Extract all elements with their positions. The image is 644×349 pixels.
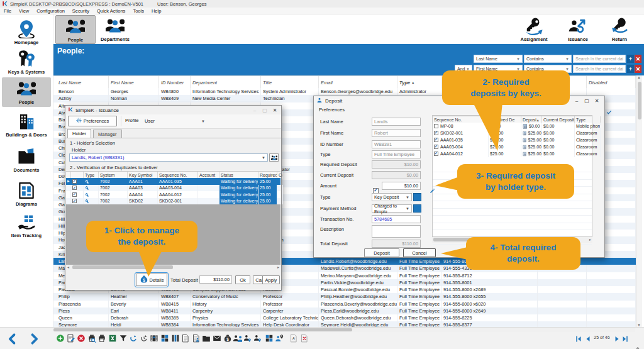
close-icon[interactable]: ✕ [270, 106, 280, 114]
panel-columns-icon[interactable] [170, 333, 180, 343]
add-filter-button-1[interactable]: + [627, 55, 634, 63]
sidebar-item-documents[interactable]: Documents [2, 145, 51, 175]
table-horizontal-scrollbar[interactable] [53, 328, 635, 332]
toolbar-button-assignment[interactable]: Assignment [513, 15, 555, 43]
maximize-icon[interactable]: ▢ [260, 106, 270, 114]
nav-next-icon[interactable] [28, 333, 40, 348]
issuance-grid-row[interactable]: ✓7002AAA03AAA03-004Waiting for delivery2… [66, 185, 280, 192]
menu-quick-actions[interactable]: Quick Actions [93, 8, 129, 14]
panel-grid-icon[interactable] [160, 333, 170, 343]
menu-tools[interactable]: Tools [129, 8, 148, 14]
nav-previous-icon[interactable] [6, 333, 19, 348]
edit-pencil-icon[interactable] [430, 185, 435, 196]
tab-holder[interactable]: Holder [67, 129, 91, 138]
menu-security[interactable]: Security [69, 8, 93, 14]
person-key-return-icon[interactable] [253, 333, 264, 343]
refresh-icon[interactable] [128, 333, 138, 343]
cell-deposit[interactable]: $25.00 [521, 136, 542, 143]
remove-filter-button-2[interactable]: ✕ [635, 65, 641, 73]
profile-select[interactable]: User▼ [142, 116, 208, 126]
column-header-email[interactable]: Email [319, 76, 397, 89]
page-first-icon[interactable] [575, 334, 582, 345]
sidebar-item-diagrams[interactable]: Diagrams [2, 179, 51, 209]
add-filter-button-2[interactable]: + [627, 65, 634, 73]
table-row[interactable]: SeymoreHeidiWB8384Information Technology… [53, 321, 636, 327]
column-header-last-name[interactable]: Last Name [57, 76, 109, 89]
type-select[interactable]: Key Deposit▼ [372, 193, 412, 201]
pick-holder-button[interactable] [269, 153, 279, 162]
column-header-title[interactable]: Title [261, 76, 319, 89]
sidebar-item-people[interactable]: People [2, 77, 51, 107]
deposit-details-button[interactable]: $ Details [136, 274, 167, 286]
edit-record-icon[interactable] [66, 333, 76, 343]
payment-method-lookup-button[interactable] [413, 204, 421, 213]
issuance-grid-row[interactable]: ▸✓7002AAA01AAA01-035Waiting for delivery… [66, 178, 280, 185]
row-checkbox[interactable]: ✓ [71, 178, 84, 185]
cell-deposit[interactable]: $25.00 [521, 143, 542, 150]
column-header-department[interactable]: Department [191, 76, 261, 89]
report-icon[interactable]: A [289, 333, 299, 343]
toolbar-button-issuance[interactable]: Issuance [557, 15, 599, 43]
preferences-button[interactable]: Preferences [68, 116, 117, 126]
scroll-up-icon[interactable]: ▲ [637, 75, 641, 79]
type-lookup-button[interactable] [413, 193, 421, 201]
filter-field-select-1[interactable]: Last Name▼ [474, 55, 523, 63]
people-pair-icon[interactable] [233, 333, 243, 343]
remove-filter-button-1[interactable]: ✕ [635, 55, 641, 63]
tiles-icon[interactable] [264, 333, 274, 343]
deposit-grid-row[interactable]: MP-08$0.00$0.00$0.00Mobile phone [433, 123, 592, 130]
transaction-no--field[interactable]: 5784685 [372, 215, 421, 223]
add-record-icon[interactable] [55, 333, 65, 343]
deposit-grid-row[interactable]: ✓AAA01-035$25.00$25.00$0.00Classroom [433, 136, 592, 143]
search-input-1[interactable] [573, 55, 626, 63]
page-next-icon[interactable] [613, 334, 621, 345]
toolbar-button-return[interactable]: Return [599, 15, 640, 43]
column-header-disabled[interactable]: Disabled [587, 76, 636, 89]
search-input-2[interactable] [573, 65, 626, 73]
person-locate-icon[interactable] [275, 333, 285, 343]
column-header-first-name[interactable]: First Name [109, 76, 159, 89]
refresh-history-icon[interactable] [139, 333, 149, 343]
sidebar-item-homepage[interactable]: Homepage [2, 18, 51, 47]
apply-button[interactable]: Apply [262, 275, 280, 284]
sidebar-item-item-tracking[interactable]: Item Tracking [2, 211, 51, 240]
notes-icon[interactable] [180, 333, 191, 343]
folder-icon[interactable] [201, 333, 211, 343]
id-number-field[interactable]: WB8391 [372, 140, 421, 148]
minimize-icon[interactable]: – [250, 106, 260, 114]
column-header-type[interactable]: Type ▲ [397, 76, 441, 89]
holder-combobox[interactable]: Landis, Robert (WB8391) ▼ [69, 153, 268, 162]
close-icon[interactable]: ✕ [592, 97, 602, 104]
issuance-grid-row[interactable]: ✓7002SKD02SKD02-001Waiting for delivery2… [66, 198, 280, 205]
issuance-horizontal-scrollbar[interactable]: ◂ ▸ [66, 265, 280, 270]
panel-film-icon[interactable] [149, 333, 159, 343]
payment-method-select[interactable]: Charged to Emplo▼ [372, 204, 412, 213]
deposit-button[interactable]: Deposit [364, 248, 399, 257]
minimize-icon[interactable]: – [572, 97, 582, 104]
sidebar-item-buildings-doors[interactable]: Buildings & Doors [2, 110, 51, 140]
table-row[interactable]: PlessEarlWB8411CarpentryCarpenterPless.E… [53, 307, 636, 314]
person-report-icon[interactable] [191, 333, 201, 343]
export-excel-icon[interactable] [108, 333, 118, 343]
cell-deposit[interactable]: $0.00 [521, 123, 542, 130]
deposit-cancel-button[interactable]: Cancel [403, 248, 436, 257]
sidebar-item-keys-systems[interactable]: Keys & Systems [2, 47, 51, 77]
issuance-grid-row[interactable]: ✓7002AAA04AAA04-012Waiting for delivery2… [66, 191, 280, 198]
tab-manager[interactable]: Manager [93, 130, 122, 138]
row-checkbox[interactable]: ✓ [71, 185, 84, 192]
deposit-grid-row[interactable]: ✓AAA04-012$25.00$25.00$0.00Classroom [433, 150, 592, 157]
issuance-dialog-titlebar[interactable]: SimpleK - Issuance [65, 106, 281, 114]
delete-record-icon[interactable] [76, 333, 86, 343]
menu-configuration[interactable]: Configuration [33, 8, 69, 14]
table-row[interactable]: QueenDeborahWB8385PhysicsCollege Laborat… [53, 314, 636, 321]
page-last-icon[interactable] [621, 334, 629, 345]
table-vertical-scrollbar[interactable]: ▲ ▼ [636, 75, 642, 327]
menu-help[interactable]: Help [148, 8, 165, 14]
deposit-grid-row[interactable]: ✓SKD02-001$25.00$25.00$0.00Classroom [433, 130, 592, 136]
person-key-add-icon[interactable] [243, 333, 253, 343]
cell-deposit[interactable]: $25.00 [521, 130, 542, 136]
description-field[interactable] [372, 225, 421, 238]
table-row[interactable]: PlascenciaBeverlyWB8415HistoryProfessorP… [53, 301, 636, 307]
email-icon[interactable] [212, 333, 222, 343]
print-preview-icon[interactable] [87, 333, 97, 343]
